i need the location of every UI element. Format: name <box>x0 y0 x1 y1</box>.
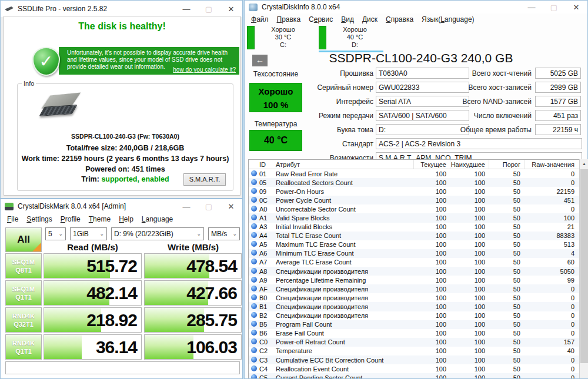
menu-справка[interactable]: Справка <box>382 15 417 24</box>
cell-raw: 100 <box>524 214 578 222</box>
cdi-title: CrystalDiskInfo 8.0.0 x64 <box>262 3 340 11</box>
test-label-rnd4k-q1t1[interactable]: RND4KQ1T1 <box>5 334 42 360</box>
test-label-line2: Q8T1 <box>6 266 41 274</box>
test-count-select[interactable]: 5⌄ <box>45 227 66 240</box>
menu-файл[interactable]: Файл <box>247 15 273 24</box>
smart-attribute-row[interactable]: C2Temperature1001005040 <box>249 347 584 355</box>
drive-status: Хорошо <box>255 26 312 33</box>
target-drive-select[interactable]: D: 9% (20/223GiB)⌄ <box>111 227 204 240</box>
smart-attribute-row[interactable]: A3Initial Invalid Blocks1001005021 <box>249 223 584 232</box>
smart-attribute-row[interactable]: AFСпецификации производителя100100500 <box>249 284 584 293</box>
smart-attribute-row[interactable]: 0CPower Cycle Count10010050451 <box>249 196 584 204</box>
cell-attr: Спецификации производителя <box>276 294 413 301</box>
write-value: 285.75 <box>186 308 237 332</box>
test-label-seq1m-q1t1[interactable]: SEQ1MQ1T1 <box>5 280 42 306</box>
smart-attribute-row[interactable]: C4Reallocation Event Count100100500 <box>249 364 584 373</box>
cell-thr: 50 <box>489 338 524 346</box>
chevron-down-icon: ⌄ <box>99 231 104 237</box>
status-dot-cell <box>249 241 259 248</box>
health-banner: Unfortunately, it's not possible to disp… <box>59 47 239 75</box>
smart-table-scrollbar[interactable]: ▲ <box>579 159 588 378</box>
smart-attribute-row[interactable]: C3Cumulative ECC Bit Correction Count100… <box>249 355 584 364</box>
test-label-seq1m-q8t1[interactable]: SEQ1MQ8T1 <box>5 253 42 279</box>
cell-attr: Reallocation Event Count <box>276 365 413 373</box>
cell-attr: Program Fail Count <box>276 321 413 328</box>
minimize-icon[interactable]: — <box>175 1 198 17</box>
test-label-rnd4k-q32t1[interactable]: RND4KQ32T1 <box>5 307 42 333</box>
scroll-up-icon[interactable]: ▲ <box>580 159 588 168</box>
cdi-titlebar[interactable]: CrystalDiskInfo 8.0.0 x64 — ▢ ✕ <box>245 1 587 14</box>
smart-button[interactable]: S.M.A.R.T. <box>183 173 226 186</box>
write-result-cell: 427.66 <box>144 280 242 306</box>
smart-attribute-row[interactable]: A8Спецификации производителя100100505050 <box>249 267 584 276</box>
menu-языкlanguage[interactable]: Язык(Language) <box>417 15 478 24</box>
drive-tab-C[interactable]: Хорошо30 °CC: <box>247 25 312 51</box>
good-status-icon <box>251 250 257 256</box>
smart-attribute-row[interactable]: A0Uncorrectable Sector Count100100500 <box>249 204 584 213</box>
cell-thr: 50 <box>489 179 524 186</box>
menu-profile[interactable]: Profile <box>56 215 85 223</box>
menu-сервис[interactable]: Сервис <box>305 15 337 24</box>
smart-attribute-row[interactable]: A4Total TLC Erase Count1001005088383 <box>249 232 584 240</box>
run-all-button[interactable]: All <box>5 227 42 252</box>
menu-file[interactable]: File <box>3 215 22 223</box>
close-icon[interactable]: ✕ <box>565 1 587 14</box>
menu-theme[interactable]: Theme <box>85 215 115 223</box>
field-value: 451 раз <box>535 110 581 121</box>
cell-worst: 100 <box>450 303 489 310</box>
smart-attribute-row[interactable]: A5Maximum TLC Erase Count10010050513 <box>249 240 584 249</box>
col-header-attr: Атрибут <box>276 161 413 168</box>
smart-attribute-row[interactable]: B1Спецификации производителя100100500 <box>249 302 584 311</box>
cell-cur: 100 <box>413 321 450 328</box>
write-value: 478.54 <box>186 254 237 278</box>
minimize-icon[interactable]: — <box>520 1 543 14</box>
ssdlife-titlebar[interactable]: SSDLife Pro - version 2.5.82 — ▢ ✕ <box>1 1 242 17</box>
smart-attribute-row[interactable]: C0Power-off Retract Count10010050157 <box>249 338 584 347</box>
field-value: ACS-2 | ACS-2 Revision 3 <box>376 138 582 149</box>
minimize-icon[interactable]: — <box>175 199 198 213</box>
menu-help[interactable]: Help <box>115 215 138 223</box>
cell-worst: 100 <box>450 338 489 346</box>
status-dot-cell <box>249 214 259 222</box>
message-box[interactable] <box>5 361 240 374</box>
smart-attribute-row[interactable]: A6Minimum TLC Erase Count100100504 <box>249 249 584 258</box>
cell-worst: 100 <box>450 321 489 328</box>
cell-id: C3 <box>259 357 276 364</box>
smart-attribute-row[interactable]: B6Erase Fail Count100100500 <box>249 329 584 338</box>
how-calculate-link[interactable]: how do you calculate it? <box>173 66 236 73</box>
cdm-titlebar[interactable]: CrystalDiskMark 8.0.4 x64 [Admin] — ▢ ✕ <box>1 199 242 213</box>
cell-raw: 22159 <box>524 188 578 195</box>
smart-attribute-row[interactable]: C5Current Pending Sector Count100100500 <box>249 373 584 378</box>
smart-attribute-row[interactable]: A9Percentage Lifetime Remaining100100509… <box>249 276 584 284</box>
good-status-icon <box>251 179 257 185</box>
scroll-thumb[interactable] <box>580 169 588 363</box>
unit-select[interactable]: MB/s⌄ <box>208 227 240 240</box>
menu-settings[interactable]: Settings <box>22 215 56 223</box>
smart-attribute-row[interactable]: B5Program Fail Count100100500 <box>249 320 584 329</box>
smart-attribute-row[interactable]: A1Valid Spare Blocks10010050100 <box>249 213 584 222</box>
drive-letter: D: <box>326 41 383 49</box>
menu-диск[interactable]: Диск <box>358 15 382 24</box>
drive-tab-D[interactable]: Хорошо40 °CD: <box>319 25 383 51</box>
test-size-select[interactable]: 1GiB⌄ <box>70 227 107 240</box>
cell-cur: 100 <box>413 206 450 213</box>
close-icon[interactable]: ✕ <box>220 199 242 213</box>
menu-вид[interactable]: Вид <box>337 15 358 24</box>
smart-attribute-row[interactable]: B0Спецификации производителя100100500 <box>249 293 584 302</box>
cell-raw: 0 <box>524 330 578 337</box>
smart-attribute-row[interactable]: A7Average TLC Erase Count1001005060 <box>249 258 584 267</box>
maximize-icon: ▢ <box>543 1 565 14</box>
smart-attribute-row[interactable]: 05Reallocated Sectors Count100100500 <box>249 178 584 187</box>
read-value: 36.14 <box>96 335 137 359</box>
health-heading: The disk is healthy! <box>4 21 240 32</box>
smart-attribute-row[interactable]: B2Спецификации производителя100100500 <box>249 311 584 320</box>
close-icon[interactable]: ✕ <box>220 1 242 17</box>
back-button[interactable]: ← <box>252 55 268 66</box>
cell-cur: 100 <box>413 232 450 239</box>
menu-language[interactable]: Language <box>138 215 177 223</box>
smart-attribute-row[interactable]: 01Raw Read Error Rate100100500 <box>249 169 584 178</box>
menu-правка[interactable]: Правка <box>273 15 305 24</box>
cell-id: B2 <box>259 312 276 319</box>
smart-attribute-row[interactable]: 09Power-On Hours1001005022159 <box>249 187 584 196</box>
write-column-header: Write (MB/s) <box>144 242 242 252</box>
